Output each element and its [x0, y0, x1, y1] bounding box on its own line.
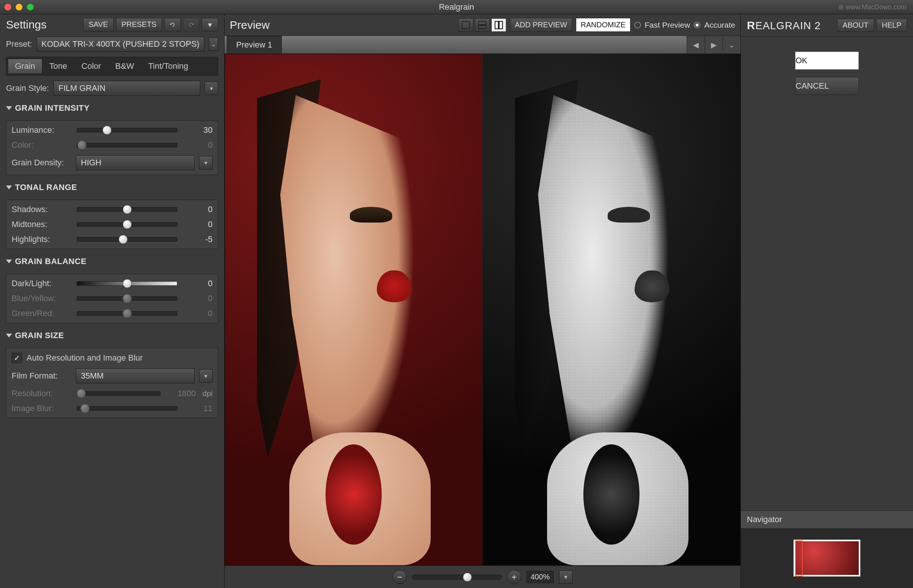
section-grain-size[interactable]: GRAIN SIZE — [6, 328, 218, 342]
resolution-slider — [77, 391, 160, 396]
dark-light-slider[interactable] — [77, 281, 177, 286]
right-panel: REALGRAIN 2 ABOUT HELP OK CANCEL Navigat… — [741, 14, 913, 588]
resolution-unit: dpi — [202, 389, 213, 398]
blue-yellow-label: Blue/Yellow: — [11, 294, 71, 303]
presets-button[interactable]: PRESETS — [116, 18, 162, 31]
image-blur-label: Image Blur: — [11, 404, 71, 414]
settings-title: Settings — [6, 18, 47, 31]
preview-tab-1[interactable]: Preview 1 — [227, 36, 282, 53]
shadows-label: Shadows: — [11, 205, 71, 214]
shadows-slider[interactable] — [77, 207, 177, 212]
about-button[interactable]: ABOUT — [837, 19, 874, 32]
redo-button[interactable] — [183, 18, 199, 31]
preset-value: KODAK TRI-X 400TX (PUSHED 2 STOPS) — [42, 39, 199, 49]
tab-color[interactable]: Color — [74, 59, 108, 74]
color-intensity-label: Color: — [11, 140, 71, 150]
view-split-v-button[interactable] — [491, 18, 506, 32]
navigator-panel: Navigator — [741, 510, 913, 588]
auto-resolution-label: Auto Resolution and Image Blur — [27, 353, 143, 363]
history-dropdown-button[interactable]: ▾ — [202, 18, 218, 31]
cancel-button[interactable]: CANCEL — [795, 77, 859, 95]
window-title: Realgrain — [439, 2, 474, 12]
fast-preview-radio[interactable]: Fast Preview — [634, 21, 690, 29]
settings-tabs: Grain Tone Color B&W Tint/Toning — [6, 57, 218, 76]
zoom-in-button[interactable]: + — [507, 570, 521, 584]
navigator-title: Navigator — [741, 511, 913, 528]
blue-yellow-slider — [77, 296, 177, 301]
midtones-value: 0 — [183, 220, 213, 229]
view-split-h-button[interactable] — [475, 18, 490, 32]
zoom-value[interactable]: 400% — [527, 571, 554, 583]
view-mode-group — [458, 18, 506, 32]
section-tonal-range[interactable]: TONAL RANGE — [6, 180, 218, 194]
grain-density-dropdown-button[interactable]: ▾ — [199, 156, 213, 170]
resolution-label: Resolution: — [11, 389, 71, 398]
grain-style-select[interactable]: FILM GRAIN — [53, 81, 200, 96]
radio-off-icon — [634, 22, 641, 28]
highlights-value: -5 — [183, 234, 213, 244]
view-single-button[interactable] — [458, 18, 473, 32]
tab-grain[interactable]: Grain — [8, 59, 42, 74]
zoom-bar: − + 400% ▾ — [225, 565, 740, 588]
section-grain-balance[interactable]: GRAIN BALANCE — [6, 254, 218, 268]
zoom-out-button[interactable]: − — [393, 570, 407, 584]
grain-density-select[interactable]: HIGH — [76, 155, 195, 170]
preview-tab-next-button[interactable]: ▶ — [705, 36, 722, 53]
luminance-value: 30 — [183, 125, 213, 135]
window-titlebar: Realgrain ⊕ www.MacDown.com — [0, 0, 913, 14]
navigator-thumbnail[interactable] — [793, 540, 861, 577]
dark-light-label: Dark/Light: — [11, 279, 71, 288]
preview-title: Preview — [230, 19, 270, 31]
settings-panel: Settings SAVE PRESETS ▾ Preset: KODAK TR… — [0, 14, 225, 588]
window-controls — [5, 4, 34, 10]
luminance-label: Luminance: — [11, 125, 71, 135]
save-button[interactable]: SAVE — [83, 18, 114, 31]
undo-button[interactable] — [164, 18, 181, 31]
chevron-down-icon — [6, 260, 12, 263]
add-preview-button[interactable]: ADD PREVIEW — [510, 18, 572, 32]
preset-select[interactable]: KODAK TRI-X 400TX (PUSHED 2 STOPS) — [37, 37, 204, 52]
color-intensity-value: 0 — [183, 140, 213, 150]
help-button[interactable]: HELP — [876, 19, 907, 32]
luminance-slider[interactable] — [77, 128, 177, 132]
preview-canvas[interactable] — [225, 54, 740, 565]
randomize-button[interactable]: RANDOMIZE — [576, 18, 630, 32]
tab-tone[interactable]: Tone — [42, 59, 74, 74]
blue-yellow-value: 0 — [183, 294, 213, 303]
tab-tint[interactable]: Tint/Toning — [141, 59, 196, 74]
zoom-window-button[interactable] — [27, 4, 34, 10]
preview-tab-menu-button[interactable]: ⌄ — [722, 36, 740, 53]
color-intensity-slider — [77, 143, 177, 147]
grain-style-label: Grain Style: — [6, 83, 49, 93]
film-format-dropdown-button[interactable]: ▾ — [199, 369, 213, 383]
group-tonal-range: Shadows: 0 Midtones: 0 Highlights: -5 — [6, 200, 218, 249]
shadows-value: 0 — [183, 205, 213, 214]
watermark: ⊕ www.MacDown.com — [838, 3, 906, 11]
auto-resolution-checkbox[interactable]: ✓ — [11, 353, 22, 363]
close-window-button[interactable] — [5, 4, 11, 10]
navigator-viewport-rect[interactable] — [795, 541, 803, 577]
midtones-slider[interactable] — [77, 222, 177, 227]
grain-style-dropdown-button[interactable]: ▾ — [205, 82, 218, 95]
ok-button[interactable]: OK — [795, 52, 859, 69]
group-grain-balance: Dark/Light: 0 Blue/Yellow: 0 Green/Red: … — [6, 274, 218, 323]
resolution-value: 1800 — [166, 389, 196, 398]
radio-on-icon — [694, 22, 700, 28]
minimize-window-button[interactable] — [16, 4, 23, 10]
chevron-down-icon — [6, 106, 12, 110]
accurate-radio[interactable]: Accurate — [694, 21, 735, 29]
preview-tabstrip: Preview 1 ◀ ▶ ⌄ — [225, 36, 740, 54]
film-format-label: Film Format: — [11, 371, 71, 381]
zoom-dropdown-button[interactable]: ▾ — [559, 570, 572, 584]
section-grain-intensity[interactable]: GRAIN INTENSITY — [6, 101, 218, 115]
preview-processed-image — [483, 54, 740, 565]
zoom-slider[interactable] — [412, 575, 502, 580]
preset-dropdown-button[interactable]: ⌄ — [209, 37, 218, 51]
highlights-slider[interactable] — [77, 237, 177, 242]
tab-bw[interactable]: B&W — [108, 59, 141, 74]
image-blur-value: 11 — [183, 404, 213, 414]
preview-tab-prev-button[interactable]: ◀ — [687, 36, 705, 53]
chevron-down-icon — [6, 334, 12, 338]
preview-original-image — [225, 54, 483, 565]
film-format-select[interactable]: 35MM — [76, 368, 195, 383]
